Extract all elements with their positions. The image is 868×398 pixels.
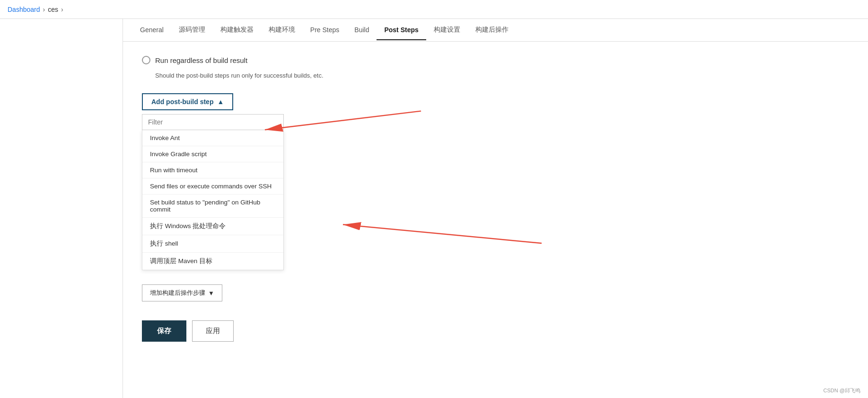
dropdown-item-windows-cmd[interactable]: 执行 Windows 批处理命令 [142, 218, 283, 235]
dropdown-item-exec-shell[interactable]: 执行 shell [142, 235, 283, 253]
radio-label: Run regardless of build result [155, 56, 247, 64]
tab-pre-steps[interactable]: Pre Steps [303, 20, 347, 40]
apply-button[interactable]: 应用 [192, 320, 234, 342]
dropdown-item-run-timeout[interactable]: Run with timeout [142, 162, 283, 178]
post-action-button[interactable]: 增加构建后操作步骤 ▼ [142, 284, 222, 301]
tab-build-settings[interactable]: 构建设置 [426, 20, 468, 41]
tab-post-steps[interactable]: Post Steps [377, 20, 426, 40]
footer-watermark: CSDN @邱飞鸣 [824, 387, 860, 394]
filter-input[interactable] [142, 114, 284, 130]
breadcrumb-sep-2: › [61, 6, 63, 13]
dropdown-caret-icon: ▼ [208, 290, 214, 297]
tab-nav: General 源码管理 构建触发器 构建环境 Pre Steps Build … [123, 19, 868, 42]
breadcrumb-ces[interactable]: ces [48, 6, 58, 13]
breadcrumb-bar: Dashboard › ces › [0, 0, 868, 19]
radio-circle[interactable] [142, 56, 150, 64]
dropdown-menu: Invoke Ant Invoke Gradle script Run with… [142, 130, 284, 270]
add-step-button[interactable]: Add post-build step ▲ [142, 93, 233, 110]
post-action-label: 增加构建后操作步骤 [150, 289, 205, 297]
tab-build[interactable]: Build [347, 20, 377, 40]
dropdown-item-maven[interactable]: 调用顶层 Maven 目标 [142, 253, 283, 270]
main-layout: General 源码管理 构建触发器 构建环境 Pre Steps Build … [0, 19, 868, 398]
tab-source[interactable]: 源码管理 [171, 20, 213, 41]
sidebar [0, 19, 123, 398]
radio-option[interactable]: Run regardless of build result [142, 56, 849, 64]
dropdown-item-invoke-ant[interactable]: Invoke Ant [142, 130, 283, 146]
save-button[interactable]: 保存 [142, 320, 186, 342]
breadcrumb-dashboard[interactable]: Dashboard [8, 6, 40, 13]
svg-line-3 [343, 224, 542, 243]
content-panel: Run regardless of build result Should th… [123, 42, 868, 398]
description-text: Should the post-build steps run only for… [155, 72, 849, 79]
tab-trigger[interactable]: 构建触发器 [213, 20, 261, 41]
tab-general[interactable]: General [132, 20, 171, 40]
add-step-label: Add post-build step [151, 98, 213, 106]
tab-env[interactable]: 构建环境 [261, 20, 303, 41]
dropdown-item-set-status[interactable]: Set build status to "pending" on GitHub … [142, 195, 283, 218]
svg-line-2 [265, 111, 421, 130]
dropdown-container: Add post-build step ▲ Invoke Ant Invoke … [142, 93, 284, 270]
content-area: General 源码管理 构建触发器 构建环境 Pre Steps Build … [123, 19, 868, 398]
dropdown-item-send-files[interactable]: Send files or execute commands over SSH [142, 178, 283, 195]
action-buttons: 保存 应用 [142, 320, 849, 342]
breadcrumb-sep-1: › [43, 6, 45, 13]
dropdown-item-invoke-gradle[interactable]: Invoke Gradle script [142, 146, 283, 162]
caret-up-icon: ▲ [217, 98, 224, 106]
tab-post-build[interactable]: 构建后操作 [468, 20, 516, 41]
filter-container [142, 114, 284, 130]
